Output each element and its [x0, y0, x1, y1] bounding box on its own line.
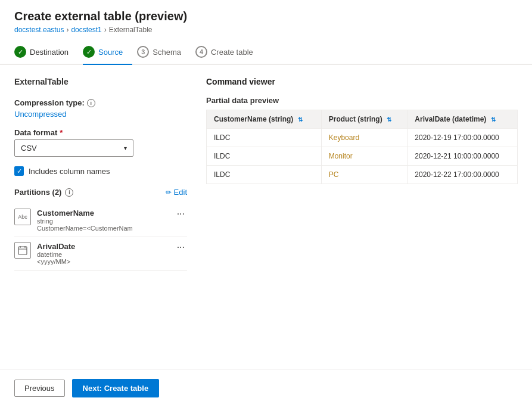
partition-desc-2: <yyyy/MM>	[37, 258, 169, 265]
step-source-label: Source	[98, 48, 123, 57]
left-panel: ExternalTable Compression type: i Uncomp…	[14, 77, 187, 357]
includes-column-names-row[interactable]: ✓ Includes column names	[14, 166, 187, 176]
pencil-icon: ✏	[166, 188, 172, 197]
checkmark-icon: ✓	[17, 167, 22, 175]
step-schema-number: 3	[141, 48, 145, 55]
dropdown-chevron-icon: ▾	[124, 145, 127, 151]
edit-button[interactable]: ✏ Edit	[166, 188, 187, 197]
partitions-header: Partitions (2) i ✏ Edit	[14, 188, 187, 197]
next-create-table-button[interactable]: Next: Create table	[72, 379, 160, 397]
step-schema-label: Schema	[153, 48, 181, 57]
external-table-name: ExternalTable	[14, 77, 187, 86]
cell-date-1: 2020-12-19 17:00:00.0000	[407, 129, 518, 147]
compression-label: Compression type: i	[14, 98, 187, 107]
breadcrumb: docstest.eastus › docstest1 › ExternalTa…	[14, 26, 518, 34]
page-title: Create external table (preview)	[14, 10, 518, 23]
cell-date-3: 2020-12-22 17:00:00.0000	[407, 166, 518, 184]
steps-bar: ✓ Destination ✓ Source 3 Schema 4 Create…	[0, 41, 532, 65]
preview-title: Partial data preview	[206, 96, 518, 105]
breadcrumb-server[interactable]: docstest.eastus	[14, 26, 64, 34]
partition-type-1: string	[37, 218, 169, 225]
table-row: ILDC PC 2020-12-22 17:00:00.0000	[207, 166, 518, 184]
step-destination-check: ✓	[14, 46, 26, 58]
preview-table: CustomerName (string) ⇅ Product (string)…	[206, 110, 518, 184]
previous-button[interactable]: Previous	[14, 380, 65, 397]
partition-item-customername: Abc CustomerName string CustomerName=<Cu…	[14, 204, 187, 237]
data-format-value: CSV	[21, 144, 37, 153]
partition-icon-customername: Abc	[14, 209, 31, 225]
col-header-customername[interactable]: CustomerName (string) ⇅	[207, 110, 322, 129]
step-schema[interactable]: 3 Schema	[137, 41, 191, 64]
right-panel: Command viewer Partial data preview Cust…	[206, 77, 518, 357]
footer: Previous Next: Create table	[0, 369, 532, 407]
partition-info-arivaldate: ArivalDate datetime <yyyy/MM>	[37, 242, 169, 265]
step-destination[interactable]: ✓ Destination	[14, 41, 78, 64]
partitions-info-icon[interactable]: i	[65, 188, 73, 197]
cell-customer-2: ILDC	[207, 147, 322, 166]
sort-icon-customername: ⇅	[298, 116, 303, 123]
partition-name-1: CustomerName	[37, 209, 169, 218]
compression-value: Uncompressed	[14, 110, 187, 119]
svg-rect-0	[18, 247, 27, 254]
cell-product-3: PC	[321, 166, 407, 184]
col-header-arivaldate[interactable]: ArivalDate (datetime) ⇅	[407, 110, 518, 129]
partition-info-customername: CustomerName string CustomerName=<Custom…	[37, 209, 169, 232]
includes-column-names-checkbox[interactable]: ✓	[14, 166, 24, 176]
content: ExternalTable Compression type: i Uncomp…	[0, 65, 532, 369]
partition-menu-2[interactable]: ···	[175, 242, 187, 253]
edit-label: Edit	[174, 188, 187, 197]
step-schema-circle: 3	[137, 46, 149, 58]
breadcrumb-database[interactable]: docstest1	[71, 26, 101, 34]
table-row: ILDC Keyboard 2020-12-19 17:00:00.0000	[207, 129, 518, 147]
step-create-label: Create table	[211, 48, 253, 57]
breadcrumb-sep2: ›	[104, 26, 107, 34]
data-format-dropdown[interactable]: CSV ▾	[14, 139, 133, 157]
step-create-table[interactable]: 4 Create table	[195, 41, 263, 64]
step-destination-label: Destination	[30, 48, 69, 57]
cell-customer-3: ILDC	[207, 166, 322, 184]
cell-product-1: Keyboard	[321, 129, 407, 147]
partition-desc-1: CustomerName=<CustomerNam	[37, 225, 169, 232]
sort-icon-product: ⇅	[387, 116, 391, 123]
page-container: Create external table (preview) docstest…	[0, 0, 532, 407]
partitions-title: Partitions (2)	[14, 188, 61, 197]
header: Create external table (preview) docstest…	[0, 0, 532, 41]
command-viewer-title: Command viewer	[206, 77, 518, 86]
col-header-product[interactable]: Product (string) ⇅	[321, 110, 407, 129]
cell-product-2: Monitor	[321, 147, 407, 166]
partition-name-2: ArivalDate	[37, 242, 169, 251]
step-create-number: 4	[200, 48, 203, 55]
step-source-check: ✓	[83, 46, 95, 58]
partition-icon-arivaldate	[14, 242, 31, 259]
partition-icon-text-1: Abc	[18, 214, 27, 220]
compression-info-icon[interactable]: i	[87, 99, 95, 107]
partition-menu-1[interactable]: ···	[175, 209, 187, 219]
step-create-circle: 4	[195, 46, 207, 58]
breadcrumb-table: ExternalTable	[109, 26, 153, 34]
data-format-label: Data format *	[14, 128, 187, 137]
cell-date-2: 2020-12-21 10:00:00.0000	[407, 147, 518, 166]
required-star: *	[60, 128, 63, 137]
partition-type-2: datetime	[37, 251, 169, 258]
partition-item-arivaldate: ArivalDate datetime <yyyy/MM> ···	[14, 237, 187, 271]
step-source[interactable]: ✓ Source	[83, 41, 132, 65]
calendar-icon	[18, 246, 27, 255]
table-row: ILDC Monitor 2020-12-21 10:00:00.0000	[207, 147, 518, 166]
includes-column-names-label: Includes column names	[29, 167, 110, 176]
breadcrumb-sep1: ›	[66, 26, 69, 34]
cell-customer-1: ILDC	[207, 129, 322, 147]
sort-icon-arivaldate: ⇅	[491, 116, 496, 123]
